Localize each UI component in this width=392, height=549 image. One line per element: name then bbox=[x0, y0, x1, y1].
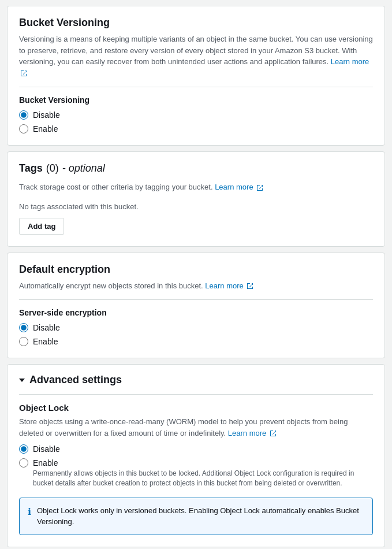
tags-learn-more[interactable]: Learn more bbox=[215, 183, 263, 191]
bucket-versioning-subsection-title: Bucket Versioning bbox=[19, 95, 373, 105]
object-lock-info-box: ℹ Object Lock works only in versioned bu… bbox=[19, 498, 373, 535]
default-encryption-description: Automatically encrypt new objects stored… bbox=[19, 280, 373, 292]
divider bbox=[19, 87, 373, 87]
info-icon: ℹ bbox=[28, 505, 31, 519]
server-side-encryption-title: Server-side encryption bbox=[19, 308, 373, 317]
default-encryption-title: Default encryption bbox=[19, 264, 373, 276]
bucket-versioning-title: Bucket Versioning bbox=[19, 17, 373, 29]
default-encryption-section: Default encryption Automatically encrypt… bbox=[7, 253, 385, 359]
no-tags-text: No tags associated with this bucket. bbox=[19, 202, 373, 211]
default-encryption-learn-more[interactable]: Learn more bbox=[205, 281, 253, 290]
encryption-external-link-icon bbox=[247, 283, 253, 290]
bucket-versioning-enable-option[interactable]: Enable bbox=[19, 124, 373, 133]
encryption-enable-option[interactable]: Enable bbox=[19, 337, 373, 346]
object-lock-external-link-icon bbox=[270, 430, 277, 437]
encryption-disable-option[interactable]: Disable bbox=[19, 323, 373, 332]
tags-title: Tags bbox=[19, 162, 43, 175]
tags-header: Tags (0) - optional bbox=[19, 162, 373, 179]
object-lock-radio-group: Disable Enable Permanently allows object… bbox=[19, 444, 373, 488]
bucket-versioning-radio-group: Disable Enable bbox=[19, 110, 373, 133]
object-lock-title: Object Lock bbox=[19, 403, 373, 413]
tags-optional: - optional bbox=[62, 162, 105, 175]
object-lock-disable-option[interactable]: Disable bbox=[19, 444, 373, 454]
tags-external-link-icon bbox=[256, 184, 263, 191]
object-lock-learn-more[interactable]: Learn more bbox=[228, 429, 277, 437]
divider2 bbox=[19, 299, 373, 300]
encryption-disable-radio[interactable] bbox=[19, 323, 28, 332]
bucket-versioning-disable-radio[interactable] bbox=[19, 110, 28, 120]
encryption-enable-radio[interactable] bbox=[19, 337, 28, 346]
object-lock-enable-sublabel: Permanently allows objects in this bucke… bbox=[33, 469, 373, 488]
tags-description: Track storage cost or other criteria by … bbox=[19, 181, 373, 193]
bucket-versioning-section: Bucket Versioning Versioning is a means … bbox=[7, 6, 385, 146]
advanced-settings-section: Advanced settings Object Lock Store obje… bbox=[7, 364, 385, 547]
page-wrapper: Bucket Versioning Versioning is a means … bbox=[0, 6, 392, 549]
object-lock-disable-radio[interactable] bbox=[19, 444, 28, 454]
divider3 bbox=[19, 394, 373, 395]
bucket-versioning-description: Versioning is a means of keeping multipl… bbox=[19, 34, 373, 79]
bucket-versioning-disable-option[interactable]: Disable bbox=[19, 110, 373, 120]
external-link-icon bbox=[20, 70, 27, 77]
chevron-down-icon bbox=[19, 379, 25, 382]
add-tag-button[interactable]: Add tag bbox=[19, 218, 64, 235]
object-lock-enable-radio[interactable] bbox=[19, 458, 28, 468]
encryption-radio-group: Disable Enable bbox=[19, 323, 373, 346]
object-lock-enable-container: Enable Permanently allows objects in thi… bbox=[19, 458, 373, 488]
object-lock-description: Store objects using a write-once-read-ma… bbox=[19, 416, 373, 439]
tags-section: Tags (0) - optional Track storage cost o… bbox=[7, 151, 385, 247]
tags-count: (0) bbox=[46, 162, 59, 175]
bucket-versioning-enable-radio[interactable] bbox=[19, 124, 28, 133]
advanced-settings-title: Advanced settings bbox=[19, 374, 373, 386]
object-lock-enable-option[interactable]: Enable bbox=[19, 458, 373, 468]
